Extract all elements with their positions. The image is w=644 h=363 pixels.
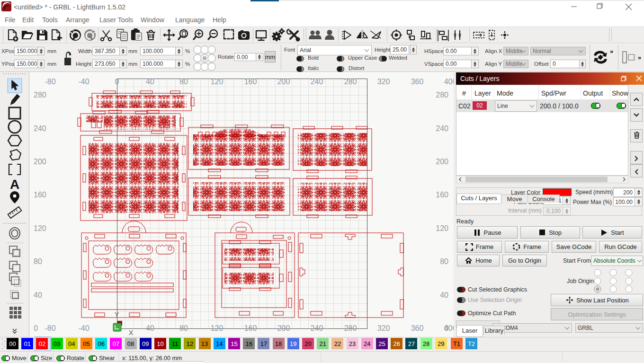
svg-text:280: 280 — [344, 78, 357, 86]
svg-text:40: 40 — [146, 324, 154, 332]
svg-text:400: 400 — [444, 78, 454, 86]
svg-text:120: 120 — [436, 224, 448, 232]
svg-text:40: 40 — [34, 291, 42, 299]
svg-text:120: 120 — [211, 78, 224, 86]
svg-text:200: 200 — [277, 78, 290, 86]
svg-text:240: 240 — [311, 78, 323, 86]
svg-text:80: 80 — [179, 324, 188, 332]
svg-text:240: 240 — [311, 324, 323, 332]
svg-text:240: 240 — [34, 124, 46, 133]
svg-text:40: 40 — [146, 78, 154, 86]
svg-text:200: 200 — [34, 158, 46, 166]
svg-text:A: A — [10, 177, 19, 192]
svg-text:0: 0 — [34, 324, 38, 332]
svg-text:0: 0 — [115, 78, 119, 86]
svg-text:-80: -80 — [45, 78, 55, 86]
svg-text:280: 280 — [344, 324, 357, 332]
svg-text:Y: Y — [115, 311, 119, 319]
svg-text:320: 320 — [377, 324, 390, 332]
svg-text:320: 320 — [377, 78, 390, 86]
svg-text:X: X — [129, 329, 134, 336]
svg-text:240: 240 — [436, 124, 448, 133]
svg-text:280: 280 — [436, 91, 448, 99]
svg-text:0: 0 — [444, 324, 448, 332]
svg-text:120: 120 — [34, 224, 46, 232]
svg-text:80: 80 — [179, 78, 188, 86]
svg-text:160: 160 — [244, 78, 257, 86]
svg-text:80: 80 — [440, 257, 448, 266]
svg-text:-40: -40 — [78, 324, 89, 332]
svg-text:360: 360 — [411, 78, 424, 86]
svg-text:160: 160 — [34, 191, 46, 199]
svg-text:-40: -40 — [78, 78, 89, 86]
svg-text:80: 80 — [34, 257, 42, 266]
svg-text:160: 160 — [244, 324, 257, 332]
svg-text:-80: -80 — [45, 324, 55, 332]
svg-text:200: 200 — [277, 324, 290, 332]
svg-text:280: 280 — [34, 91, 46, 99]
svg-text:360: 360 — [411, 324, 424, 332]
svg-text:120: 120 — [211, 324, 224, 332]
svg-text:160: 160 — [436, 191, 448, 199]
svg-text:200: 200 — [436, 158, 448, 166]
svg-text:40: 40 — [440, 291, 448, 299]
